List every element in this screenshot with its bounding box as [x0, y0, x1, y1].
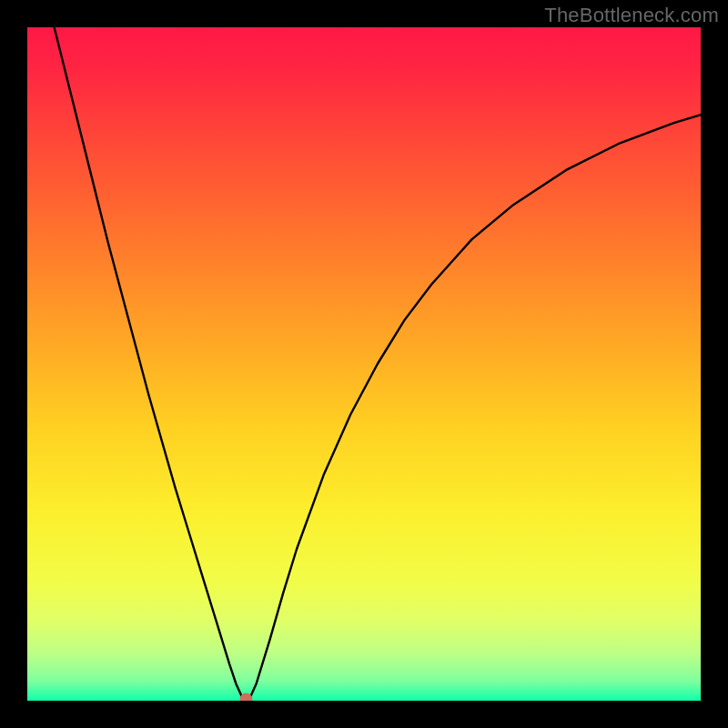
plot-area [27, 27, 701, 701]
chart-frame: TheBottleneck.com [0, 0, 728, 728]
plot-svg [27, 27, 701, 701]
chart-background [27, 27, 701, 701]
watermark-text: TheBottleneck.com [544, 4, 719, 27]
